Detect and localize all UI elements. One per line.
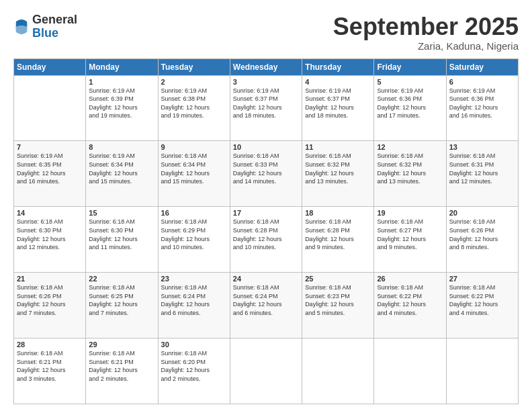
page: General Blue September 2025 Zaria, Kadun… [0, 0, 532, 411]
table-row: 14 Sunrise: 6:18 AMSunset: 6:30 PMDaylig… [14, 207, 86, 273]
table-row: 19 Sunrise: 6:18 AMSunset: 6:27 PMDaylig… [374, 207, 446, 273]
day-info: Sunrise: 6:19 AMSunset: 6:35 PMDaylight:… [17, 152, 66, 185]
day-number: 1 [89, 78, 154, 86]
day-info: Sunrise: 6:19 AMSunset: 6:38 PMDaylight:… [161, 87, 210, 120]
table-row: 1 Sunrise: 6:19 AMSunset: 6:39 PMDayligh… [86, 75, 158, 141]
day-number: 23 [161, 275, 227, 283]
col-sunday: Sunday [14, 58, 86, 75]
day-info: Sunrise: 6:18 AMSunset: 6:23 PMDaylight:… [305, 284, 354, 316]
col-thursday: Thursday [302, 58, 374, 75]
calendar-header-row: Sunday Monday Tuesday Wednesday Thursday… [14, 58, 519, 75]
day-number: 3 [233, 78, 299, 86]
day-number: 11 [305, 143, 371, 151]
table-row: 3 Sunrise: 6:19 AMSunset: 6:37 PMDayligh… [230, 75, 302, 141]
day-info: Sunrise: 6:19 AMSunset: 6:39 PMDaylight:… [89, 87, 138, 120]
day-info: Sunrise: 6:18 AMSunset: 6:33 PMDaylight:… [233, 152, 282, 185]
day-number: 8 [89, 143, 154, 151]
col-monday: Monday [86, 58, 158, 75]
col-wednesday: Wednesday [230, 58, 302, 75]
table-row: 13 Sunrise: 6:18 AMSunset: 6:31 PMDaylig… [446, 141, 518, 207]
logo-general: General [32, 13, 77, 27]
table-row: 30 Sunrise: 6:18 AMSunset: 6:20 PMDaylig… [158, 338, 230, 404]
table-row: 25 Sunrise: 6:18 AMSunset: 6:23 PMDaylig… [302, 273, 374, 338]
day-number: 9 [161, 143, 227, 151]
col-tuesday: Tuesday [158, 58, 230, 75]
col-friday: Friday [374, 58, 446, 75]
logo-blue: Blue [32, 27, 77, 40]
month-title: September 2025 [333, 13, 519, 40]
table-row: 21 Sunrise: 6:18 AMSunset: 6:26 PMDaylig… [14, 273, 86, 338]
table-row: 24 Sunrise: 6:18 AMSunset: 6:24 PMDaylig… [230, 273, 302, 338]
day-number: 5 [377, 78, 443, 86]
table-row: 5 Sunrise: 6:19 AMSunset: 6:36 PMDayligh… [374, 75, 446, 141]
table-row [446, 338, 518, 404]
day-info: Sunrise: 6:18 AMSunset: 6:22 PMDaylight:… [449, 284, 498, 316]
day-info: Sunrise: 6:19 AMSunset: 6:36 PMDaylight:… [377, 87, 426, 120]
day-number: 27 [449, 275, 515, 283]
table-row: 10 Sunrise: 6:18 AMSunset: 6:33 PMDaylig… [230, 141, 302, 207]
day-info: Sunrise: 6:19 AMSunset: 6:37 PMDaylight:… [305, 87, 354, 120]
day-number: 18 [305, 209, 371, 217]
day-info: Sunrise: 6:18 AMSunset: 6:30 PMDaylight:… [89, 218, 138, 250]
day-number: 4 [305, 78, 371, 86]
table-row: 22 Sunrise: 6:18 AMSunset: 6:25 PMDaylig… [86, 273, 158, 338]
day-number: 16 [161, 209, 227, 217]
calendar-week-row: 1 Sunrise: 6:19 AMSunset: 6:39 PMDayligh… [14, 75, 519, 141]
table-row: 6 Sunrise: 6:19 AMSunset: 6:36 PMDayligh… [446, 75, 518, 141]
calendar-week-row: 14 Sunrise: 6:18 AMSunset: 6:30 PMDaylig… [14, 207, 519, 273]
table-row: 27 Sunrise: 6:18 AMSunset: 6:22 PMDaylig… [446, 273, 518, 338]
table-row: 8 Sunrise: 6:19 AMSunset: 6:34 PMDayligh… [86, 141, 158, 207]
day-info: Sunrise: 6:18 AMSunset: 6:25 PMDaylight:… [89, 284, 138, 316]
day-info: Sunrise: 6:18 AMSunset: 6:32 PMDaylight:… [305, 152, 354, 185]
day-info: Sunrise: 6:19 AMSunset: 6:37 PMDaylight:… [233, 87, 282, 120]
day-info: Sunrise: 6:18 AMSunset: 6:31 PMDaylight:… [449, 152, 498, 185]
subtitle: Zaria, Kaduna, Nigeria [333, 40, 519, 52]
day-number: 15 [89, 209, 154, 217]
logo-icon [13, 17, 30, 36]
table-row: 17 Sunrise: 6:18 AMSunset: 6:28 PMDaylig… [230, 207, 302, 273]
table-row: 7 Sunrise: 6:19 AMSunset: 6:35 PMDayligh… [14, 141, 86, 207]
logo-text: General Blue [32, 13, 77, 40]
calendar-week-row: 28 Sunrise: 6:18 AMSunset: 6:21 PMDaylig… [14, 338, 519, 404]
day-number: 2 [161, 78, 227, 86]
day-info: Sunrise: 6:18 AMSunset: 6:22 PMDaylight:… [377, 284, 426, 316]
day-info: Sunrise: 6:18 AMSunset: 6:29 PMDaylight:… [161, 218, 210, 250]
table-row: 29 Sunrise: 6:18 AMSunset: 6:21 PMDaylig… [86, 338, 158, 404]
day-number: 22 [89, 275, 154, 283]
day-number: 14 [17, 209, 83, 217]
table-row: 15 Sunrise: 6:18 AMSunset: 6:30 PMDaylig… [86, 207, 158, 273]
day-number: 17 [233, 209, 299, 217]
table-row [230, 338, 302, 404]
day-number: 12 [377, 143, 443, 151]
header: General Blue September 2025 Zaria, Kadun… [13, 13, 519, 52]
day-info: Sunrise: 6:18 AMSunset: 6:21 PMDaylight:… [17, 350, 66, 382]
calendar-week-row: 21 Sunrise: 6:18 AMSunset: 6:26 PMDaylig… [14, 273, 519, 338]
day-number: 24 [233, 275, 299, 283]
table-row: 20 Sunrise: 6:18 AMSunset: 6:26 PMDaylig… [446, 207, 518, 273]
day-info: Sunrise: 6:18 AMSunset: 6:28 PMDaylight:… [233, 218, 282, 250]
table-row: 9 Sunrise: 6:18 AMSunset: 6:34 PMDayligh… [158, 141, 230, 207]
table-row: 2 Sunrise: 6:19 AMSunset: 6:38 PMDayligh… [158, 75, 230, 141]
day-number: 20 [449, 209, 515, 217]
day-number: 21 [17, 275, 83, 283]
table-row: 26 Sunrise: 6:18 AMSunset: 6:22 PMDaylig… [374, 273, 446, 338]
day-info: Sunrise: 6:18 AMSunset: 6:21 PMDaylight:… [89, 350, 138, 382]
day-info: Sunrise: 6:18 AMSunset: 6:28 PMDaylight:… [305, 218, 354, 250]
table-row: 11 Sunrise: 6:18 AMSunset: 6:32 PMDaylig… [302, 141, 374, 207]
table-row: 12 Sunrise: 6:18 AMSunset: 6:32 PMDaylig… [374, 141, 446, 207]
day-number: 28 [17, 340, 83, 349]
day-info: Sunrise: 6:18 AMSunset: 6:32 PMDaylight:… [377, 152, 426, 185]
day-info: Sunrise: 6:19 AMSunset: 6:36 PMDaylight:… [449, 87, 498, 120]
day-info: Sunrise: 6:18 AMSunset: 6:24 PMDaylight:… [161, 284, 210, 316]
day-number: 10 [233, 143, 299, 151]
col-saturday: Saturday [446, 58, 518, 75]
table-row [14, 75, 86, 141]
day-info: Sunrise: 6:18 AMSunset: 6:34 PMDaylight:… [161, 152, 210, 185]
calendar-week-row: 7 Sunrise: 6:19 AMSunset: 6:35 PMDayligh… [14, 141, 519, 207]
table-row: 4 Sunrise: 6:19 AMSunset: 6:37 PMDayligh… [302, 75, 374, 141]
day-number: 13 [449, 143, 515, 151]
day-number: 25 [305, 275, 371, 283]
day-info: Sunrise: 6:18 AMSunset: 6:27 PMDaylight:… [377, 218, 426, 250]
title-block: September 2025 Zaria, Kaduna, Nigeria [333, 13, 519, 52]
day-info: Sunrise: 6:18 AMSunset: 6:24 PMDaylight:… [233, 284, 282, 316]
